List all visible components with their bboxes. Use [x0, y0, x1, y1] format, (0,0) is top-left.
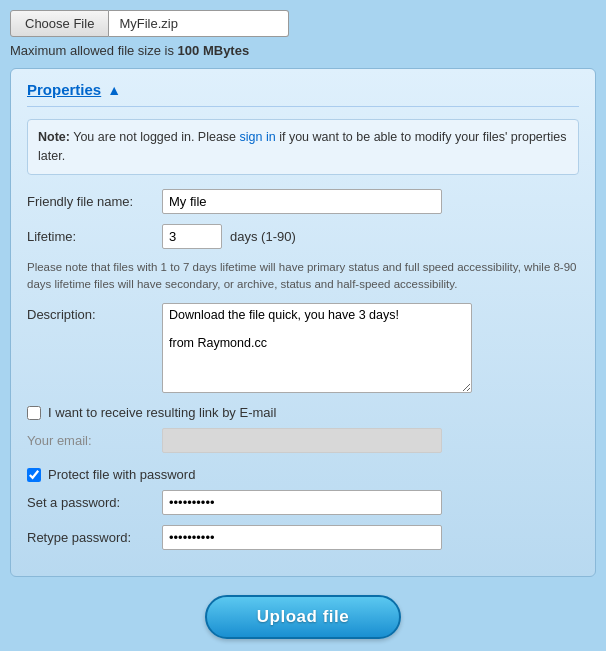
password-checkbox[interactable]	[27, 468, 41, 482]
email-row: Your email:	[27, 428, 579, 453]
file-name-display: MyFile.zip	[109, 10, 289, 37]
main-panel: Properties ▲ Note: You are not logged in…	[10, 68, 596, 577]
email-input	[162, 428, 442, 453]
max-size-prefix: Maximum allowed file size is	[10, 43, 178, 58]
email-checkbox[interactable]	[27, 406, 41, 420]
email-checkbox-label[interactable]: I want to receive resulting link by E-ma…	[48, 405, 276, 420]
password-checkbox-label[interactable]: Protect file with password	[48, 467, 195, 482]
lifetime-row: Lifetime: days (1-90)	[27, 224, 579, 249]
retype-password-label: Retype password:	[27, 530, 162, 545]
top-bar: Choose File MyFile.zip	[10, 10, 596, 37]
note-bold: Note:	[38, 130, 70, 144]
email-label: Your email:	[27, 433, 162, 448]
upload-file-button[interactable]: Upload file	[205, 595, 401, 639]
max-size-info: Maximum allowed file size is 100 MBytes	[10, 43, 596, 58]
retype-password-row: Retype password:	[27, 525, 579, 550]
choose-file-button[interactable]: Choose File	[10, 10, 109, 37]
description-label: Description:	[27, 303, 162, 322]
upload-btn-container: Upload file	[10, 595, 596, 639]
set-password-label: Set a password:	[27, 495, 162, 510]
lifetime-info-text: Please note that files with 1 to 7 days …	[27, 259, 579, 294]
max-size-value: 100 MBytes	[178, 43, 250, 58]
friendly-name-label: Friendly file name:	[27, 194, 162, 209]
note-text-before: You are not logged in. Please	[73, 130, 239, 144]
lifetime-input[interactable]	[162, 224, 222, 249]
lifetime-label: Lifetime:	[27, 229, 162, 244]
description-row: Description: Download the file quick, yo…	[27, 303, 579, 393]
sign-in-link[interactable]: sign in	[240, 130, 276, 144]
set-password-input[interactable]	[162, 490, 442, 515]
friendly-name-input[interactable]	[162, 189, 442, 214]
days-hint: days (1-90)	[230, 229, 296, 244]
description-textarea[interactable]: Download the file quick, you have 3 days…	[162, 303, 472, 393]
friendly-name-row: Friendly file name:	[27, 189, 579, 214]
properties-title: Properties	[27, 81, 101, 98]
properties-header: Properties ▲	[27, 81, 579, 107]
collapse-icon[interactable]: ▲	[107, 82, 121, 98]
email-checkbox-row: I want to receive resulting link by E-ma…	[27, 405, 579, 420]
retype-password-input[interactable]	[162, 525, 442, 550]
set-password-row: Set a password:	[27, 490, 579, 515]
password-checkbox-row: Protect file with password	[27, 467, 579, 482]
note-box: Note: You are not logged in. Please sign…	[27, 119, 579, 175]
